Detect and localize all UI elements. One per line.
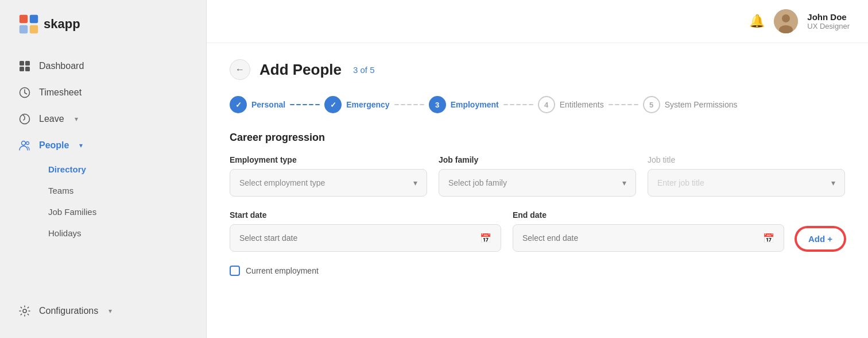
start-date-calendar-icon: 📅 bbox=[480, 233, 491, 244]
avatar bbox=[774, 9, 798, 33]
step-circle-entitlements: 4 bbox=[538, 96, 555, 113]
step-circle-system-permissions: 5 bbox=[643, 96, 660, 113]
sidebar-item-leave[interactable]: Leave ▾ bbox=[0, 106, 206, 132]
people-arrow-icon: ▾ bbox=[79, 141, 83, 149]
step-dashes-2 bbox=[394, 104, 424, 105]
job-family-select[interactable]: Select job family ▾ bbox=[439, 169, 636, 197]
svg-point-11 bbox=[22, 141, 26, 145]
job-family-placeholder: Select job family bbox=[448, 178, 507, 187]
step-employment: 3 Employment bbox=[429, 96, 499, 113]
svg-rect-0 bbox=[20, 15, 28, 23]
step-dashes-3 bbox=[503, 104, 533, 105]
form-row-1: Employment type Select employment type ▾… bbox=[230, 155, 845, 197]
sidebar-item-configurations[interactable]: Configurations ▾ bbox=[0, 298, 206, 324]
job-family-label: Job family bbox=[439, 155, 636, 164]
step-label-personal: Personal bbox=[251, 100, 285, 109]
svg-rect-5 bbox=[25, 61, 30, 66]
step-entitlements: 4 Entitlements bbox=[538, 96, 604, 113]
sidebar-item-job-families[interactable]: Job Families bbox=[39, 201, 206, 222]
add-button-label: Add + bbox=[808, 234, 832, 244]
current-employment-checkbox[interactable] bbox=[230, 266, 240, 276]
start-date-input-wrap[interactable]: 📅 bbox=[230, 224, 501, 252]
people-subnav: Directory Teams Job Families Holidays bbox=[0, 159, 206, 244]
user-role: UX Designer bbox=[807, 22, 850, 30]
current-employment-label: Current employment bbox=[246, 266, 319, 275]
step-emergency: ✓ Emergency bbox=[324, 96, 389, 113]
back-button[interactable]: ← bbox=[230, 59, 250, 80]
content-area: ← Add People 3 of 5 ✓ Personal ✓ Emergen… bbox=[207, 43, 868, 338]
svg-rect-4 bbox=[20, 61, 24, 66]
svg-rect-6 bbox=[20, 67, 24, 71]
step-label-entitlements: Entitlements bbox=[560, 100, 604, 109]
sidebar-label-leave: Leave bbox=[39, 114, 64, 124]
teams-label: Teams bbox=[48, 186, 73, 195]
svg-rect-1 bbox=[30, 15, 38, 23]
svg-line-10 bbox=[23, 115, 24, 116]
sidebar-label-people: People bbox=[39, 140, 69, 151]
page-title: Add People bbox=[259, 61, 342, 79]
config-icon bbox=[18, 305, 31, 317]
dashboard-icon bbox=[18, 60, 31, 72]
job-title-chevron-icon: ▾ bbox=[831, 178, 835, 187]
sidebar-item-dashboard[interactable]: Dashboard bbox=[0, 53, 206, 79]
start-date-group: Start date 📅 bbox=[230, 210, 501, 252]
config-arrow-icon: ▾ bbox=[108, 307, 112, 315]
form-row-2: Start date 📅 End date 📅 Add + bbox=[230, 210, 845, 252]
sidebar-label-dashboard: Dashboard bbox=[39, 61, 84, 71]
notification-bell-icon[interactable]: 🔔 bbox=[749, 14, 765, 29]
start-date-input[interactable] bbox=[239, 233, 480, 243]
sidebar-item-directory[interactable]: Directory bbox=[39, 159, 206, 180]
employment-type-select[interactable]: Select employment type ▾ bbox=[230, 169, 427, 197]
job-family-group: Job family Select job family ▾ bbox=[439, 155, 636, 197]
job-family-chevron-icon: ▾ bbox=[622, 178, 626, 187]
page-header: ← Add People 3 of 5 bbox=[230, 59, 845, 80]
step-system-permissions: 5 System Permissions bbox=[643, 96, 738, 113]
svg-point-12 bbox=[26, 142, 29, 145]
employment-type-chevron-icon: ▾ bbox=[413, 178, 417, 187]
step-circle-personal: ✓ bbox=[230, 96, 247, 113]
job-title-label: Job title bbox=[648, 155, 845, 164]
svg-point-13 bbox=[23, 309, 26, 313]
end-date-input[interactable] bbox=[522, 233, 763, 243]
job-title-group: Job title Enter job title ▾ bbox=[648, 155, 845, 197]
employment-type-placeholder: Select employment type bbox=[239, 178, 325, 187]
svg-rect-2 bbox=[20, 25, 28, 33]
sidebar: skapp Dashboard Timesheet Leave ▾ People… bbox=[0, 0, 207, 338]
people-icon bbox=[18, 139, 31, 152]
step-label-system-permissions: System Permissions bbox=[665, 100, 738, 109]
current-employment-row: Current employment bbox=[230, 266, 845, 276]
step-badge: 3 of 5 bbox=[353, 65, 375, 75]
logo: skapp bbox=[0, 14, 206, 53]
svg-rect-3 bbox=[30, 25, 38, 33]
header: 🔔 John Doe UX Designer bbox=[207, 0, 868, 43]
sidebar-label-configurations: Configurations bbox=[39, 306, 98, 316]
avatar-image bbox=[774, 9, 798, 33]
holidays-label: Holidays bbox=[48, 228, 82, 238]
sidebar-item-timesheet[interactable]: Timesheet bbox=[0, 79, 206, 106]
step-circle-emergency: ✓ bbox=[324, 96, 342, 113]
add-btn-wrap: Add + bbox=[796, 210, 845, 252]
main-area: 🔔 John Doe UX Designer ← Add People 3 of… bbox=[207, 0, 868, 338]
section-title-career: Career progression bbox=[230, 132, 845, 144]
step-circle-employment: 3 bbox=[429, 96, 446, 113]
end-date-group: End date 📅 bbox=[513, 210, 784, 252]
end-date-input-wrap[interactable]: 📅 bbox=[513, 224, 784, 252]
user-info: John Doe UX Designer bbox=[807, 12, 850, 30]
directory-label: Directory bbox=[48, 164, 86, 174]
leave-arrow-icon: ▾ bbox=[75, 115, 78, 123]
user-name: John Doe bbox=[807, 12, 850, 22]
user-section: 🔔 John Doe UX Designer bbox=[749, 9, 850, 33]
sidebar-item-people[interactable]: People ▾ bbox=[0, 132, 206, 159]
job-families-label: Job Families bbox=[48, 207, 96, 217]
employment-type-group: Employment type Select employment type ▾ bbox=[230, 155, 427, 197]
step-label-employment: Employment bbox=[451, 100, 499, 109]
timesheet-icon bbox=[18, 86, 31, 99]
end-date-calendar-icon: 📅 bbox=[763, 233, 774, 244]
stepper: ✓ Personal ✓ Emergency bbox=[230, 96, 845, 113]
job-title-placeholder: Enter job title bbox=[657, 178, 704, 187]
add-button[interactable]: Add + bbox=[796, 227, 845, 251]
app-name: skapp bbox=[44, 17, 80, 32]
sidebar-item-teams[interactable]: Teams bbox=[39, 180, 206, 201]
sidebar-item-holidays[interactable]: Holidays bbox=[39, 222, 206, 244]
job-title-select[interactable]: Enter job title ▾ bbox=[648, 169, 845, 197]
